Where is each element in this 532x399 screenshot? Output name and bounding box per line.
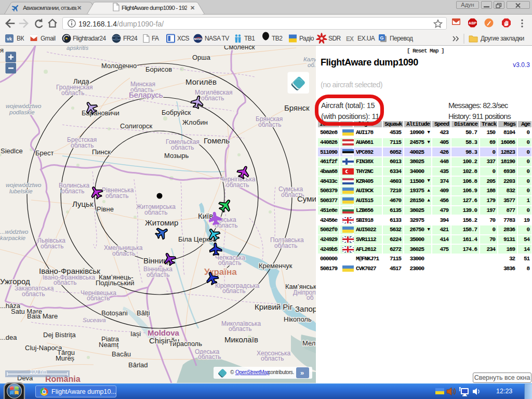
- svg-text:Кременчук: Кременчук: [259, 262, 292, 270]
- svg-text:Суми: Суми: [297, 194, 316, 203]
- svg-text:Солигорск: Солигорск: [120, 122, 153, 130]
- svg-text:Беларусь: Беларусь: [129, 90, 163, 99]
- svg-text:Siedlce: Siedlce: [1, 147, 23, 155]
- svg-text:область: область: [226, 181, 249, 189]
- svg-text:Пинск: Пинск: [92, 148, 111, 156]
- svg-text:Bălți: Bălți: [137, 309, 150, 317]
- svg-text:contributors.: contributors.: [268, 369, 294, 375]
- svg-text:Івано-Франківськ: Івано-Франківськ: [39, 267, 100, 275]
- svg-text:Україна: Україна: [204, 267, 237, 277]
- svg-text:Mureș: Mureș: [56, 354, 75, 362]
- svg-text:Baia Mare: Baia Mare: [27, 312, 58, 320]
- svg-text:область: область: [201, 95, 224, 102]
- svg-text:Орша: Орша: [192, 54, 211, 61]
- svg-text:я: я: [0, 46, 4, 54]
- svg-text:...wództwo: ...wództwo: [0, 229, 29, 235]
- svg-text:apskritis: apskritis: [66, 46, 88, 51]
- svg-text:область: область: [261, 355, 284, 362]
- svg-text:область: область: [41, 243, 63, 250]
- svg-text:область: область: [222, 287, 245, 295]
- svg-text:Житомир: Житомир: [145, 218, 178, 227]
- svg-text:Кривий Ріг: Кривий Ріг: [255, 302, 293, 311]
- svg-text:об.: об.: [308, 62, 316, 68]
- svg-text:Молодечно: Молодечно: [101, 62, 137, 70]
- svg-text:G: G: [380, 35, 383, 41]
- svg-text:Брянск: Брянск: [284, 103, 310, 112]
- svg-text:karpackie: karpackie: [0, 235, 25, 241]
- svg-text:»: »: [300, 369, 304, 377]
- svg-text:об: об: [307, 294, 314, 301]
- svg-text:...dea: ...dea: [0, 334, 17, 341]
- svg-text:область: область: [198, 353, 221, 361]
- svg-text:Борисов: Борисов: [145, 65, 172, 73]
- svg-text:Бобруйск: Бобруйск: [162, 109, 191, 116]
- svg-text:Запор: Запор: [295, 304, 316, 313]
- svg-text:Лида: Лида: [73, 77, 89, 85]
- svg-text:Тирасполь: Тирасполь: [169, 340, 202, 348]
- svg-text:OpenStreetMap: OpenStreetMap: [235, 369, 270, 375]
- svg-text:Подільський: Подільський: [96, 279, 135, 287]
- svg-text:Bârlad: Bârlad: [128, 361, 148, 369]
- svg-text:vk: vk: [7, 36, 12, 42]
- svg-text:Камʼянськ: Камʼянськ: [285, 283, 316, 290]
- svg-text:lubelskie: lubelskie: [9, 188, 33, 194]
- svg-text:Нікополь: Нікополь: [284, 315, 312, 323]
- svg-text:Жлобин: Жлобин: [182, 118, 208, 126]
- svg-text:область: область: [147, 271, 169, 278]
- svg-text:область: область: [258, 121, 281, 128]
- svg-text:Botoșani: Botoșani: [101, 309, 128, 317]
- svg-text:Мозырь: Мозырь: [164, 152, 189, 159]
- svg-text:województwo: województwo: [6, 103, 42, 109]
- svg-text:область: область: [274, 242, 297, 249]
- svg-text:Миколаїв: Миколаїв: [224, 335, 258, 344]
- svg-text:область: область: [87, 295, 110, 302]
- svg-text:Гомель: Гомель: [204, 136, 230, 145]
- svg-text:EX: EX: [346, 35, 354, 43]
- svg-text:100 nm: 100 nm: [30, 369, 47, 375]
- svg-text:Рівне: Рівне: [97, 205, 114, 213]
- svg-text:Neamț: Neamț: [99, 341, 119, 349]
- svg-text:область: область: [22, 290, 45, 298]
- svg-text:Смоленск: Смоленск: [224, 46, 255, 51]
- svg-text:область: область: [144, 209, 167, 216]
- svg-text:область: область: [54, 279, 76, 286]
- svg-text:Луцьк: Луцьк: [72, 200, 94, 208]
- svg-text:województwo: województwo: [6, 182, 42, 188]
- svg-text:область: область: [71, 142, 94, 149]
- svg-text:Ужгород: Ужгород: [0, 277, 30, 286]
- svg-text:область: область: [105, 192, 128, 200]
- svg-text:область: область: [61, 89, 84, 97]
- svg-text:Мел: Мел: [302, 339, 315, 347]
- svg-text:Брест: Брест: [35, 149, 54, 157]
- svg-text:ABP: ABP: [469, 21, 476, 25]
- svg-text:Suceava: Suceava: [83, 317, 106, 323]
- svg-text:Bacău: Bacău: [112, 350, 131, 358]
- svg-text:Могилёв: Могилёв: [185, 77, 217, 86]
- svg-text:NASA: NASA: [194, 37, 202, 41]
- svg-text:область: область: [112, 250, 135, 257]
- svg-text:©: ©: [230, 369, 234, 375]
- svg-text:область: область: [229, 325, 251, 332]
- svg-text:область: область: [171, 144, 194, 151]
- svg-text:область: область: [61, 188, 84, 195]
- svg-text:Dej Bistrița: Dej Bistrița: [43, 331, 76, 339]
- svg-text:область: область: [218, 259, 241, 267]
- svg-text:podlaskie: podlaskie: [9, 109, 35, 115]
- svg-text:Iași: Iași: [130, 330, 141, 338]
